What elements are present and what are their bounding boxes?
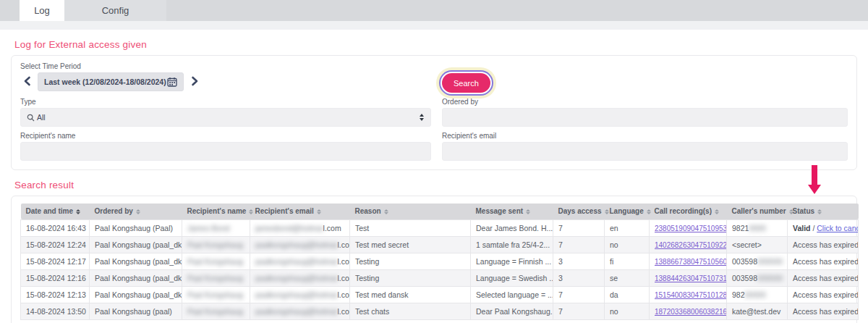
cell-days-access: 3 [553,253,605,269]
time-period-input[interactable]: Last week (12/08/2024-18/08/2024) [38,72,184,91]
type-selected-value: All [37,113,46,122]
cell-language: no [605,236,650,253]
cell-caller-number: 003598000000 [727,269,788,286]
cell-reason: Test med secret [350,236,471,253]
next-period-button[interactable] [188,72,201,91]
page-content: Log for External access given Select Tim… [0,39,868,323]
column-header-days-access[interactable]: Days access [553,204,605,219]
recipient-email-field: Recipient's email [442,132,848,161]
cell-caller-number: <secret> [727,236,788,253]
cell-days-access: 7 [553,219,605,236]
search-button-wrap: Search [442,62,848,93]
cell-recipient-email: paalkongshaug@hotmail.com [250,303,350,319]
column-header-language[interactable]: Language [605,204,650,219]
cell-ordered-by: Paal Kongshaug (paal_dk) [90,269,182,286]
call-recording-link[interactable]: 1515400830475101282 [655,291,727,299]
recipient-name-input[interactable] [20,142,431,161]
tab-config[interactable]: Config [64,0,166,21]
column-header-status[interactable]: Status [788,204,859,219]
search-button[interactable]: Search [442,73,490,93]
cell-message: 1 samtale fra 25/4-2... [471,236,553,253]
call-recording-link[interactable]: 2380519090475109532 [655,225,727,232]
time-period-label: Select Time Period [20,62,431,70]
recipient-email-input[interactable] [442,142,848,161]
type-label: Type [20,98,431,106]
cell-recipient-email: paalkongshaug@hotmail.com [250,236,350,253]
cell-days-access: 7 [553,303,605,319]
search-result-heading: Search result [14,180,857,190]
status-valid-text: Valid [793,224,811,232]
column-header-message-sent[interactable]: Message sent [471,204,553,219]
column-header-call-recording-s-[interactable]: Call recording(s) [650,204,727,219]
cell-language: da [605,286,650,303]
cell-reason: Testing [350,253,471,269]
table-row: 15-08-2024 12:24 Paal Kongshaug (paal_dk… [21,236,859,253]
calendar-icon [167,77,177,87]
call-recording-link[interactable]: 1388442630475107310 [655,274,727,282]
recipient-name-label: Recipient's name [20,132,431,140]
cell-caller-number: 98200000 [727,286,788,303]
column-header-caller-s-number[interactable]: Caller's number [727,204,788,219]
cell-status: Access has expired [788,303,859,319]
call-recording-link[interactable]: 1388667380475105603 [655,258,727,266]
cell-date: 15-08-2024 12:13 [21,286,90,303]
call-recording-link[interactable]: 1872033680060382169 [655,308,727,316]
cell-message: Language = Swedish ... [471,269,553,286]
cell-language: no [605,303,650,319]
column-header-recipient-s-email[interactable]: Recipient's email [250,204,350,219]
cell-reason: Testing [350,269,471,286]
tab-bar-shadow-strip [0,21,868,30]
cell-language: fi [605,253,650,269]
cell-call-recording: 1515400830475101282 [650,286,727,303]
table-row: 15-08-2024 12:13 Paal Kongshaug (paal_dk… [21,286,859,303]
column-header-reason[interactable]: Reason [350,204,471,219]
cell-call-recording: 1402682630475109221 [650,236,727,253]
cell-recipient-email: paalkongshaug@hotmail.com [250,286,350,303]
sort-icon [249,209,253,214]
search-result-panel: Date and timeOrdered byRecipient's nameR… [11,196,857,323]
sort-icon [715,209,719,214]
cell-date: 16-08-2024 16:43 [21,219,90,236]
cell-caller-number: 003598000000 [727,253,788,269]
column-header-ordered-by[interactable]: Ordered by [90,204,182,219]
column-header-recipient-s-name[interactable]: Recipient's name [182,204,250,219]
cell-message: Language = Finnish ... [471,253,553,269]
cell-status: Valid / Click to cancel [788,219,859,236]
previous-period-button[interactable] [20,72,33,91]
table-row: 14-08-2024 13:50 Paal Kongshaug (paal) P… [21,303,859,319]
cell-language: en [605,219,650,236]
chevron-left-icon [23,76,31,88]
type-field: Type All [20,98,431,127]
filter-panel: Select Time Period Last week (12/08/2024… [11,55,857,170]
cell-days-access: 3 [553,269,605,286]
cell-date: 15-08-2024 12:24 [21,236,90,253]
cell-ordered-by: Paal Kongshaug (Paal) [90,219,182,236]
cell-recipient-name: James Bond [182,219,250,236]
cell-date: 15-08-2024 12:17 [21,253,90,269]
cell-recipient-name: Paal Kongshaug [182,253,250,269]
cell-recipient-name: Paal Kongshaug [182,303,250,319]
click-to-cancel-link[interactable]: Click to cancel [817,224,858,232]
tab-log[interactable]: Log [20,0,64,21]
cell-ordered-by: Paal Kongshaug (paal_dk) [90,253,182,269]
cell-recipient-email: paalkongshaug@hotmail.com [250,269,350,286]
cell-message: Selected language = ... [471,286,553,303]
cell-call-recording: 1388667380475105603 [650,253,727,269]
table-row: 16-08-2024 16:43 Paal Kongshaug (Paal) J… [21,219,859,236]
call-recording-link[interactable]: 1402682630475109221 [655,241,727,249]
sort-icon [136,209,140,214]
time-period-field: Select Time Period Last week (12/08/2024… [20,62,431,93]
cell-caller-number: kate@test.dev [727,303,788,319]
cell-call-recording: 1872033680060382169 [650,303,727,319]
cell-language: se [605,269,650,286]
sort-icon [526,209,530,214]
cell-call-recording: 1388442630475107310 [650,269,727,286]
type-select[interactable]: All [20,108,431,127]
column-header-date-and-time[interactable]: Date and time [21,204,90,219]
tab-bar: Log Config [0,0,868,21]
table-row: 15-08-2024 12:16 Paal Kongshaug (paal_dk… [21,269,859,286]
ordered-by-input[interactable] [442,108,848,127]
cell-recipient-email: jamesbond@hotmail.com [250,219,350,236]
cell-ordered-by: Paal Kongshaug (paal_dk) [90,286,182,303]
cell-recipient-name: Paal Kongshaug [182,269,250,286]
